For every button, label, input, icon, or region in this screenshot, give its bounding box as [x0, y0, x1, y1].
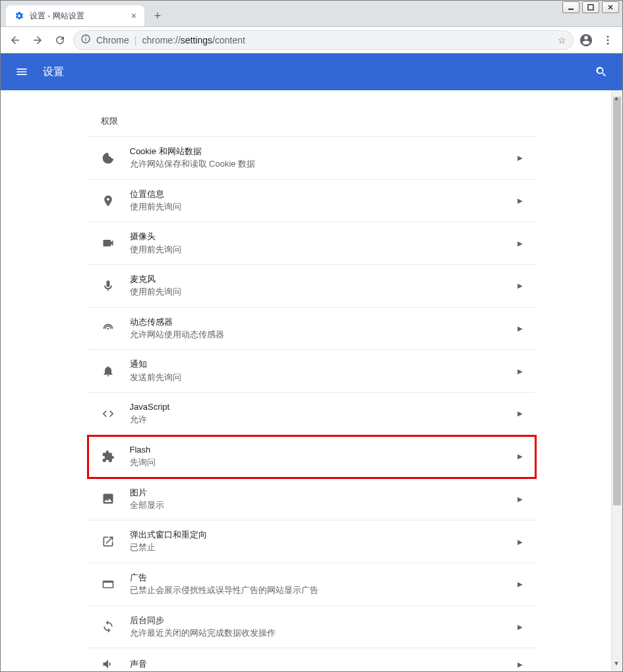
permission-row-camera[interactable]: 摄像头使用前先询问▶ [88, 222, 536, 265]
permission-subtitle: 允许最近关闭的网站完成数据收发操作 [130, 627, 518, 640]
permission-title: JavaScript [130, 401, 518, 413]
svg-point-7 [607, 42, 609, 44]
permission-text: 通知发送前先询问 [130, 358, 518, 383]
permission-title: 位置信息 [130, 188, 518, 200]
chevron-right-icon: ▶ [518, 197, 523, 204]
chevron-right-icon: ▶ [518, 240, 523, 247]
permission-text: 弹出式窗口和重定向已禁止 [130, 529, 518, 554]
permission-text: 后台同步允许最近关闭的网站完成数据收发操作 [130, 615, 518, 640]
forward-button[interactable] [28, 31, 47, 49]
cookie-icon [101, 151, 115, 165]
ads-icon [101, 577, 115, 592]
back-button[interactable] [6, 31, 24, 49]
window-minimize-button[interactable] [562, 1, 579, 13]
permission-row-cookie[interactable]: Cookie 和网站数据允许网站保存和读取 Cookie 数据▶ [88, 137, 536, 180]
permission-title: 通知 [130, 358, 518, 370]
sync-icon [101, 619, 115, 634]
code-icon [101, 406, 115, 421]
svg-point-8 [105, 155, 106, 157]
chevron-right-icon: ▶ [518, 368, 523, 375]
scroll-down-icon[interactable]: ▼ [611, 658, 622, 669]
permission-title: 声音 [130, 658, 518, 670]
permission-row-motion[interactable]: 动态传感器允许网站使用动态传感器▶ [88, 308, 536, 350]
permission-text: 麦克风使用前先询问 [130, 273, 518, 298]
permission-row-popup[interactable]: 弹出式窗口和重定向已禁止▶ [88, 520, 536, 563]
chevron-right-icon: ▶ [518, 661, 523, 668]
tab-close-icon[interactable]: × [131, 11, 136, 21]
chevron-right-icon: ▶ [518, 154, 523, 161]
permission-text: Flash先询问 [130, 444, 518, 469]
permission-title: Cookie 和网站数据 [130, 146, 518, 157]
permission-row-location[interactable]: 位置信息使用前先询问▶ [88, 180, 536, 223]
chevron-right-icon: ▶ [518, 453, 523, 460]
permission-row-plugin[interactable]: Flash先询问▶ [88, 435, 536, 478]
new-tab-button[interactable]: + [148, 7, 167, 25]
chevron-right-icon: ▶ [518, 580, 523, 588]
chevron-right-icon: ▶ [518, 410, 523, 417]
tab-strip: 设置 - 网站设置 × + [1, 1, 622, 27]
svg-point-10 [109, 159, 110, 161]
permission-text: 图片全部显示 [130, 487, 518, 512]
reload-button[interactable] [51, 31, 69, 49]
plugin-icon [101, 449, 115, 464]
permission-title: 动态传感器 [130, 316, 518, 328]
profile-avatar-icon[interactable] [578, 32, 595, 49]
permission-title: 摄像头 [130, 231, 518, 242]
permission-row-sound[interactable]: 声音▶ [88, 648, 536, 671]
browser-toolbar: Chrome | chrome://settings/content ☆ [1, 27, 622, 53]
permission-text: 声音 [130, 658, 518, 670]
chevron-right-icon: ▶ [518, 538, 523, 546]
permission-title: 图片 [130, 487, 518, 499]
scroll-up-icon[interactable]: ▲ [611, 92, 622, 104]
permission-row-mic[interactable]: 麦克风使用前先询问▶ [88, 265, 536, 308]
permission-row-image[interactable]: 图片全部显示▶ [88, 478, 536, 521]
svg-rect-13 [103, 581, 113, 583]
permission-text: 摄像头使用前先询问 [130, 231, 518, 256]
permission-subtitle: 全部显示 [130, 499, 518, 512]
image-icon [101, 491, 115, 506]
camera-icon [101, 236, 115, 250]
outer-scrollbar[interactable]: ▲ ▼ [611, 92, 622, 669]
svg-rect-0 [568, 9, 574, 10]
permission-row-sync[interactable]: 后台同步允许最近关闭的网站完成数据收发操作▶ [88, 606, 536, 649]
popup-icon [101, 534, 115, 549]
permission-subtitle: 允许 [130, 413, 518, 426]
chevron-right-icon: ▶ [518, 325, 523, 332]
address-bar[interactable]: Chrome | chrome://settings/content ☆ [73, 30, 574, 50]
permission-subtitle: 发送前先询问 [130, 371, 518, 384]
search-button[interactable] [593, 64, 609, 80]
sound-icon [101, 657, 115, 671]
site-info-icon[interactable] [80, 34, 91, 46]
permission-text: 位置信息使用前先询问 [130, 188, 518, 213]
permission-subtitle: 允许网站保存和读取 Cookie 数据 [130, 157, 518, 171]
chrome-menu-button[interactable] [599, 31, 617, 49]
permission-subtitle: 已禁止会展示侵扰性或误导性广告的网站显示广告 [130, 584, 518, 597]
bookmark-star-icon[interactable]: ☆ [558, 35, 566, 45]
svg-point-6 [607, 39, 609, 41]
window-controls [562, 1, 619, 13]
browser-tab[interactable]: 设置 - 网站设置 × [6, 5, 144, 26]
tab-title: 设置 - 网站设置 [30, 11, 126, 22]
menu-button[interactable] [14, 64, 30, 80]
permission-title: 弹出式窗口和重定向 [130, 529, 518, 541]
settings-title: 设置 [43, 65, 593, 79]
permission-title: 广告 [130, 572, 518, 584]
motion-icon [101, 322, 115, 336]
svg-point-3 [85, 37, 86, 38]
content-area: 权限 Cookie 和网站数据允许网站保存和读取 Cookie 数据▶位置信息使… [1, 90, 622, 671]
window-maximize-button[interactable] [582, 1, 599, 13]
permission-subtitle: 已禁止 [130, 541, 518, 554]
permission-row-code[interactable]: JavaScript允许▶ [88, 393, 536, 435]
chevron-right-icon: ▶ [518, 495, 523, 503]
permission-subtitle: 使用前先询问 [130, 200, 518, 213]
permission-text: JavaScript允许 [130, 401, 518, 426]
permission-row-bell[interactable]: 通知发送前先询问▶ [88, 350, 536, 393]
permission-row-ads[interactable]: 广告已禁止会展示侵扰性或误导性广告的网站显示广告▶ [88, 563, 536, 606]
svg-point-11 [107, 327, 109, 329]
url-chip: Chrome [96, 35, 129, 45]
url-text: chrome://settings/content [142, 35, 245, 45]
url-divider: | [134, 35, 137, 45]
permission-text: Cookie 和网站数据允许网站保存和读取 Cookie 数据 [130, 146, 518, 171]
permission-subtitle: 允许网站使用动态传感器 [130, 328, 518, 341]
window-close-button[interactable] [602, 1, 619, 13]
